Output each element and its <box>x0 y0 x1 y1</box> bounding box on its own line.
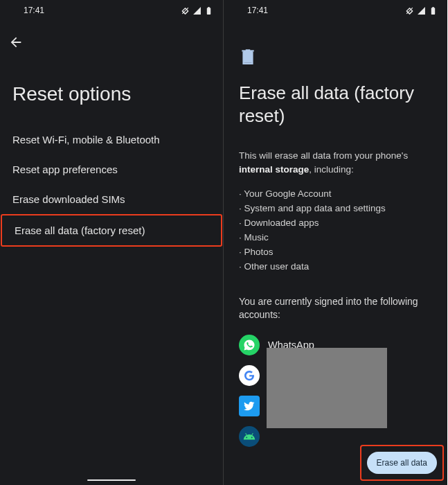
back-icon[interactable] <box>8 40 24 52</box>
dnd-icon <box>405 6 414 15</box>
status-time: 17:41 <box>247 6 268 15</box>
bullet-item: Photos <box>239 245 432 260</box>
back-row <box>0 21 223 58</box>
signal-icon <box>417 6 426 15</box>
status-bar: 17:41 <box>0 0 223 21</box>
reset-app-prefs-item[interactable]: Reset app preferences <box>0 155 223 184</box>
signed-text: You are currently signed into the follow… <box>239 295 432 322</box>
page-title: Erase all data (factory reset) <box>239 82 432 127</box>
whatsapp-icon <box>239 335 260 355</box>
android-icon <box>239 426 260 447</box>
account-android <box>239 426 432 447</box>
bullet-list: Your Google Account System and app data … <box>239 187 432 274</box>
status-icons <box>181 6 213 15</box>
screen-erase-all-data: 17:41 Erase all data (factory reset) Thi… <box>224 0 447 485</box>
status-time: 17:41 <box>24 6 44 15</box>
page-title: Reset options <box>0 58 223 125</box>
dnd-icon <box>181 6 190 15</box>
screen-reset-options: 17:41 Reset options Reset Wi-Fi, mobile … <box>0 0 224 485</box>
twitter-icon <box>239 396 260 416</box>
bullet-item: Downloaded apps <box>239 216 432 231</box>
desc-post: , including: <box>309 164 354 175</box>
status-bar: 17:41 <box>224 0 447 21</box>
cta-highlight: Erase all data <box>360 445 444 481</box>
status-icons <box>405 6 438 15</box>
reset-wifi-item[interactable]: Reset Wi-Fi, mobile & Bluetooth <box>0 125 223 155</box>
redacted-block <box>267 348 387 428</box>
signal-icon <box>192 6 201 15</box>
nav-bar-handle[interactable] <box>87 479 136 482</box>
bullet-item: System and app data and settings <box>239 202 432 216</box>
erase-all-data-button[interactable]: Erase all data <box>367 452 437 474</box>
trash-icon <box>239 46 432 69</box>
bullet-item: Other user data <box>239 260 432 274</box>
battery-icon <box>429 6 438 15</box>
desc-bold: internal storage <box>239 164 309 175</box>
erase-sims-item[interactable]: Erase downloaded SIMs <box>0 184 223 214</box>
erase-all-data-item[interactable]: Erase all data (factory reset) <box>1 214 222 247</box>
desc-pre: This will erase all data from your phone… <box>239 150 408 161</box>
battery-icon <box>204 6 213 15</box>
bullet-item: Your Google Account <box>239 187 432 202</box>
google-icon <box>239 365 260 386</box>
bullet-item: Music <box>239 231 432 245</box>
desc-text: This will erase all data from your phone… <box>239 149 432 176</box>
